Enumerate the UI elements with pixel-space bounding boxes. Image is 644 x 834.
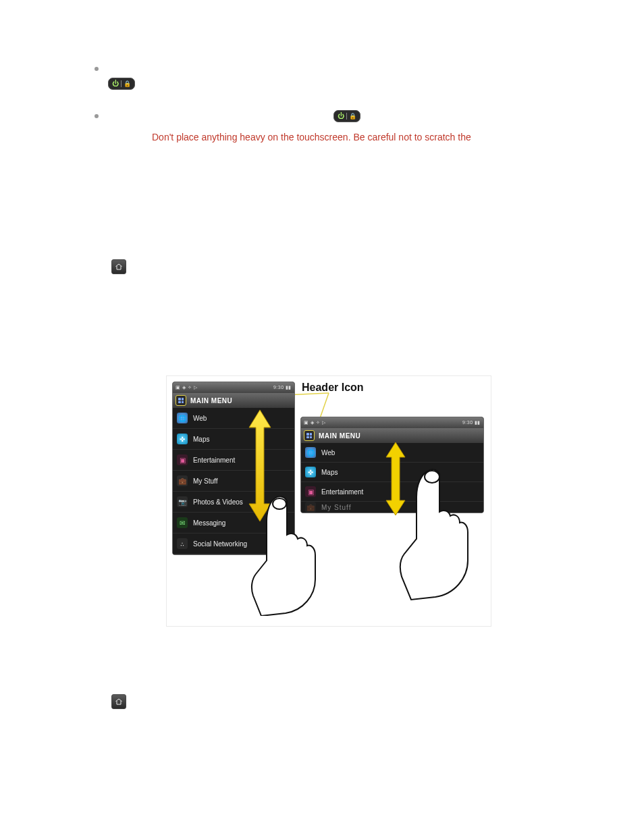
menu-item-web[interactable]: 🌐 Web — [173, 408, 294, 429]
web-icon: 🌐 — [305, 447, 316, 458]
menu-label: Maps — [321, 469, 338, 476]
menu-label: My Stuff — [193, 477, 218, 485]
bullet-1: ⏻🔒 — [95, 61, 563, 90]
header-grid-icon — [176, 395, 186, 406]
scroll-gesture-figure: Header Icon ▣ ◈ ✧ ▷ 9:30 ▮▮ MAIN MENU 🌐 … — [166, 375, 491, 627]
menu-label: Social Networking — [193, 540, 247, 548]
menu-label: Entertainment — [193, 457, 235, 464]
phone-landscape-mock: ▣ ◈ ✧ ▷ 9:30 ▮▮ MAIN MENU 🌐 Web ✜ Maps — [300, 417, 484, 513]
menu-item-my-stuff[interactable]: 💼 My Stuff — [173, 471, 294, 492]
menu-label: My Stuff — [321, 504, 352, 511]
status-left-icons: ▣ ◈ ✧ ▷ — [304, 420, 325, 425]
bullet-2: ⏻🔒 — [95, 108, 563, 123]
entertainment-icon: ▣ — [177, 454, 188, 465]
menu-item-maps[interactable]: ✜ Maps — [173, 429, 294, 450]
title-bar-text: MAIN MENU — [319, 432, 360, 440]
title-bar-text: MAIN MENU — [190, 397, 232, 405]
power-lock-key-icon: ⏻🔒 — [333, 110, 360, 122]
menu-list-landscape: 🌐 Web ✜ Maps ▣ Entertainment 💼 My Stuff — [301, 443, 483, 513]
power-lock-key-icon: ⏻🔒 — [108, 78, 135, 90]
menu-label: Entertainment — [321, 488, 363, 496]
status-right: 9:30 ▮▮ — [273, 385, 292, 390]
entertainment-icon: ▣ — [305, 486, 316, 497]
menu-item-messaging[interactable]: ✉ Messaging — [173, 513, 294, 533]
status-right: 9:30 ▮▮ — [462, 420, 481, 425]
warning-text: Don't place anything heavy on the touchs… — [152, 130, 563, 145]
menu-item-entertainment[interactable]: ▣ Entertainment — [301, 482, 483, 502]
menu-label: Web — [193, 415, 207, 422]
menu-item-web[interactable]: 🌐 Web — [301, 443, 483, 463]
header-grid-icon — [304, 430, 315, 441]
menu-label: Messaging — [193, 519, 225, 527]
status-bar: ▣ ◈ ✧ ▷ 9:30 ▮▮ — [301, 417, 483, 428]
camera-icon: 📷 — [177, 496, 188, 507]
status-bar: ▣ ◈ ✧ ▷ 9:30 ▮▮ — [173, 382, 294, 393]
title-bar: MAIN MENU — [301, 428, 483, 443]
menu-label: Maps — [193, 436, 209, 443]
maps-icon: ✜ — [177, 434, 188, 444]
briefcase-icon: 💼 — [305, 502, 316, 513]
bullet-dot-icon — [95, 114, 99, 118]
menu-item-partial: 💼 My Stuff — [301, 502, 483, 513]
messaging-icon: ✉ — [177, 517, 188, 528]
status-left-icons: ▣ ◈ ✧ ▷ — [176, 385, 197, 390]
network-icon: ⛬ — [177, 538, 188, 549]
web-icon: 🌐 — [177, 413, 188, 423]
menu-item-entertainment[interactable]: ▣ Entertainment — [173, 450, 294, 471]
home-icon — [111, 259, 126, 274]
menu-list-portrait: 🌐 Web ✜ Maps ▣ Entertainment 💼 My Stuff … — [173, 408, 294, 554]
menu-label: Web — [321, 449, 335, 457]
home-icon — [111, 694, 126, 709]
menu-item-social[interactable]: ⛬ Social Networking — [173, 533, 294, 554]
menu-item-photos-videos[interactable]: 📷 Photos & Videos — [173, 492, 294, 513]
menu-item-maps[interactable]: ✜ Maps — [301, 463, 483, 482]
bullet-dot-icon — [95, 67, 99, 71]
title-bar: MAIN MENU — [173, 393, 294, 408]
phone-portrait-mock: ▣ ◈ ✧ ▷ 9:30 ▮▮ MAIN MENU 🌐 Web ✜ Maps — [172, 382, 295, 555]
header-icon-callout-label: Header Icon — [302, 382, 364, 394]
maps-icon: ✜ — [305, 467, 316, 477]
menu-label: Photos & Videos — [193, 498, 243, 506]
briefcase-icon: 💼 — [177, 475, 188, 486]
